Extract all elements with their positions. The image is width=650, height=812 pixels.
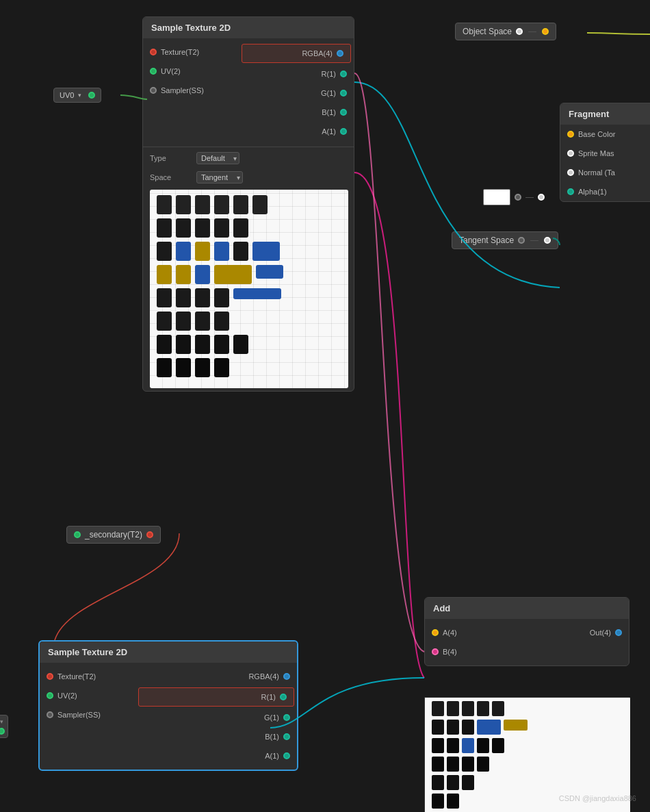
left-strip-node[interactable]: ▾ [0, 715, 8, 738]
sampler-input-row-b: Sampler(SS) [40, 705, 135, 724]
svg-rect-44 [477, 701, 489, 716]
sprite-mas-dot[interactable] [567, 150, 574, 157]
svg-rect-14 [214, 242, 229, 261]
texture-input-row: Texture(T2) [143, 42, 239, 62]
svg-rect-42 [447, 701, 459, 716]
svg-rect-9 [214, 218, 229, 238]
tangent-space-dot [518, 237, 525, 244]
svg-rect-3 [214, 195, 229, 214]
rgba-output-dot-b[interactable] [283, 673, 290, 680]
svg-rect-2 [195, 195, 210, 214]
a-input-label: A(4) [443, 629, 457, 637]
b-input-label: B(4) [443, 648, 457, 656]
b-output-dot[interactable] [340, 109, 347, 116]
color-swatch[interactable] [483, 189, 510, 205]
r-output-row-b: R(1) [138, 687, 294, 707]
svg-rect-0 [157, 195, 172, 214]
svg-rect-56 [432, 757, 444, 772]
g-output-label-b: G(1) [264, 713, 279, 722]
svg-rect-47 [447, 720, 459, 735]
svg-rect-5 [252, 195, 268, 214]
svg-rect-17 [157, 265, 172, 284]
r-output-dot[interactable] [340, 71, 347, 77]
base-color-dot[interactable] [567, 131, 574, 138]
svg-rect-15 [233, 242, 248, 261]
svg-rect-29 [195, 312, 210, 331]
svg-rect-22 [157, 288, 172, 307]
svg-rect-48 [462, 720, 474, 735]
r-output-dot-b[interactable] [280, 694, 287, 700]
fragment-node: Fragment Base Color Sprite Mas Normal (T… [560, 103, 650, 202]
g-output-dot[interactable] [340, 90, 347, 97]
object-space-label: Object Space [463, 27, 512, 36]
uv-input-dot-b [47, 692, 53, 699]
b-output-row-b: B(1) [135, 727, 297, 746]
texture-input-row-b: Texture(T2) [40, 667, 135, 686]
g-output-row-b: G(1) [135, 708, 297, 727]
normal-dot[interactable] [567, 169, 574, 176]
rgba-output-row: RGBA(4) [242, 44, 351, 63]
svg-rect-20 [214, 265, 252, 284]
normal-label: Normal (Ta [578, 168, 615, 177]
uv-input-row-b: UV(2) [40, 686, 135, 705]
a-output-row-b: A(1) [135, 746, 297, 765]
svg-rect-31 [157, 335, 172, 354]
texture-input-dot [150, 49, 157, 55]
sprite-mas-label: Sprite Mas [578, 149, 614, 157]
sampler-input-label: Sampler(SS) [161, 86, 204, 94]
secondary-node[interactable]: _secondary(T2) [66, 526, 161, 544]
sprite-mas-input-group: — [483, 189, 545, 205]
out-output-dot[interactable] [615, 629, 622, 636]
tangent-space-node[interactable]: Tangent Space — [452, 231, 558, 249]
svg-rect-35 [233, 335, 248, 354]
svg-rect-26 [233, 288, 281, 299]
svg-rect-30 [214, 312, 229, 331]
sample-texture-2d-bottom: Sample Texture 2D Texture(T2) UV(2) Samp… [38, 640, 298, 771]
svg-rect-21 [256, 265, 283, 279]
type-label: Type [150, 154, 191, 162]
svg-rect-13 [195, 242, 210, 261]
alpha-dot[interactable] [567, 188, 574, 195]
r-output-label-b: R(1) [261, 693, 276, 701]
sprite-mas-input-dot [538, 194, 545, 201]
a-output-dot[interactable] [340, 128, 347, 135]
svg-rect-54 [477, 738, 489, 753]
type-select[interactable]: Default [196, 152, 239, 164]
uv0-dropdown-icon[interactable]: ▾ [78, 92, 81, 99]
object-space-node[interactable]: Object Space — [455, 23, 556, 40]
g-output-dot-b[interactable] [283, 714, 290, 721]
svg-rect-19 [195, 265, 210, 284]
fragment-header: Fragment [560, 103, 650, 125]
space-select[interactable]: Tangent [196, 171, 243, 183]
uv0-output-dot [88, 92, 95, 99]
left-strip-dot [0, 728, 5, 735]
uv0-node[interactable]: UV0 ▾ [53, 88, 101, 103]
svg-rect-53 [462, 738, 474, 753]
svg-rect-39 [214, 358, 229, 377]
uv-input-label-b: UV(2) [57, 692, 77, 700]
secondary-dot-left [74, 531, 81, 538]
b-output-row: B(1) [239, 103, 354, 122]
g-output-row: G(1) [239, 84, 354, 103]
svg-rect-4 [233, 195, 248, 214]
svg-rect-27 [157, 312, 172, 331]
secondary-dot-right [146, 531, 153, 538]
a-output-label-b: A(1) [265, 752, 279, 760]
a-output-dot-b[interactable] [283, 752, 290, 759]
svg-rect-52 [447, 738, 459, 753]
svg-rect-6 [157, 218, 172, 238]
rgba-output-label-b: RGBA(4) [248, 672, 279, 681]
svg-rect-38 [195, 358, 210, 377]
svg-rect-7 [176, 218, 191, 238]
b-output-dot-b[interactable] [283, 733, 290, 740]
a-output-label: A(1) [322, 127, 336, 136]
g-output-label: G(1) [321, 89, 336, 97]
sample-texture-2d-top: Sample Texture 2D Texture(T2) UV(2) Samp… [142, 16, 354, 392]
sampler-input-label-b: Sampler(SS) [57, 711, 101, 719]
rgba-output-dot[interactable] [337, 50, 343, 57]
object-space-dot [516, 28, 523, 35]
base-color-label: Base Color [578, 130, 615, 138]
sprite-mas-port: Sprite Mas [560, 144, 650, 163]
type-property: Type Default [143, 149, 354, 168]
svg-rect-12 [176, 242, 191, 261]
